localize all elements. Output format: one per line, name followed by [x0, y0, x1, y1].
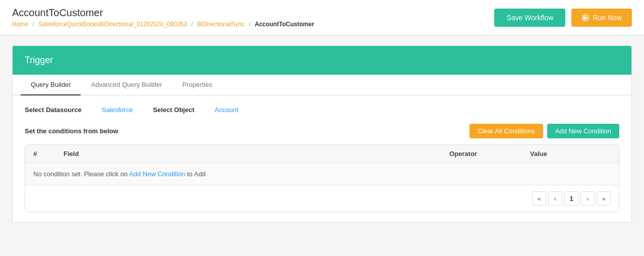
pagination-next[interactable]: ›	[580, 191, 595, 206]
datasource-value: Salesforce	[102, 106, 133, 114]
table-header: # Field Operator Value	[25, 145, 619, 163]
app-title: AccountToCustomer	[12, 7, 314, 19]
breadcrumb-sep-2: /	[191, 21, 193, 28]
conditions-buttons: Clear All Conditions Add New Condition	[470, 124, 619, 138]
trigger-title: Trigger	[25, 55, 619, 66]
breadcrumb-sep-3: /	[249, 21, 250, 28]
select-datasource-label: Select Datasource	[25, 106, 82, 114]
tab-query-builder[interactable]: Query Builder	[21, 75, 81, 95]
col-field: Field	[64, 150, 449, 158]
object-value: Account	[215, 106, 239, 114]
tab-properties[interactable]: Properties	[172, 75, 222, 95]
top-bar: AccountToCustomer Home / SalesforceQuick…	[0, 0, 644, 35]
conditions-row: Set the conditions from below Clear All …	[25, 124, 619, 138]
datasource-link[interactable]: Salesforce	[102, 106, 133, 114]
save-workflow-button[interactable]: Save Workflow	[494, 9, 565, 27]
breadcrumb-sync[interactable]: BiDirectionalSync	[197, 21, 245, 28]
col-operator: Operator	[449, 150, 530, 158]
datasource-label-text: Select Datasource	[25, 106, 82, 114]
top-bar-left: AccountToCustomer Home / SalesforceQuick…	[12, 7, 314, 28]
col-hash: #	[33, 150, 64, 158]
object-label-text: Select Object	[153, 106, 194, 114]
pagination-current[interactable]: 1	[564, 191, 578, 206]
top-bar-right: Save Workflow ▶ Run Now	[494, 9, 632, 27]
main-content: Trigger Query Builder Advanced Query Bui…	[0, 35, 644, 233]
select-object-label: Select Object	[153, 106, 194, 114]
table-body: No condition set. Please click on Add Ne…	[25, 163, 619, 185]
tab-query-builder-label: Query Builder	[31, 81, 71, 88]
conditions-table: # Field Operator Value No condition set.…	[25, 144, 619, 212]
conditions-label: Set the conditions from below	[25, 127, 119, 135]
no-condition-message: No condition set. Please click on Add Ne…	[33, 170, 611, 178]
tab-content: Select Datasource Salesforce Select Obje…	[13, 95, 631, 222]
pagination: « ‹ 1 › »	[25, 185, 619, 212]
breadcrumb-workflow[interactable]: SalesforceQuickBooksBiDirectional_012020…	[38, 21, 187, 28]
tab-properties-label: Properties	[182, 81, 212, 88]
trigger-card: Trigger Query Builder Advanced Query Bui…	[12, 45, 632, 223]
tabs: Query Builder Advanced Query Builder Pro…	[13, 75, 631, 95]
pagination-last[interactable]: »	[597, 191, 611, 206]
add-new-condition-inline-link[interactable]: Add New Condition	[129, 170, 185, 178]
trigger-header: Trigger	[13, 46, 631, 75]
breadcrumb: Home / SalesforceQuickBooksBiDirectional…	[12, 21, 314, 28]
breadcrumb-home[interactable]: Home	[12, 21, 28, 28]
col-value: Value	[530, 150, 611, 158]
pagination-prev[interactable]: ‹	[548, 191, 562, 206]
tab-advanced-query-builder-label: Advanced Query Builder	[91, 81, 162, 88]
object-link[interactable]: Account	[215, 106, 239, 114]
no-condition-suffix: to Add	[185, 170, 205, 178]
no-condition-prefix: No condition set. Please click on	[33, 170, 129, 178]
breadcrumb-current: AccountToCustomer	[255, 21, 314, 28]
datasource-row: Select Datasource Salesforce Select Obje…	[25, 106, 619, 114]
run-now-button[interactable]: ▶ Run Now	[571, 9, 632, 27]
clear-conditions-button[interactable]: Clear All Conditions	[470, 124, 543, 138]
add-new-condition-button[interactable]: Add New Condition	[547, 124, 619, 138]
tab-advanced-query-builder[interactable]: Advanced Query Builder	[81, 75, 172, 95]
run-now-label: Run Now	[593, 14, 622, 22]
run-icon: ▶	[581, 14, 590, 22]
pagination-first[interactable]: «	[532, 191, 546, 206]
breadcrumb-sep-1: /	[32, 21, 34, 28]
